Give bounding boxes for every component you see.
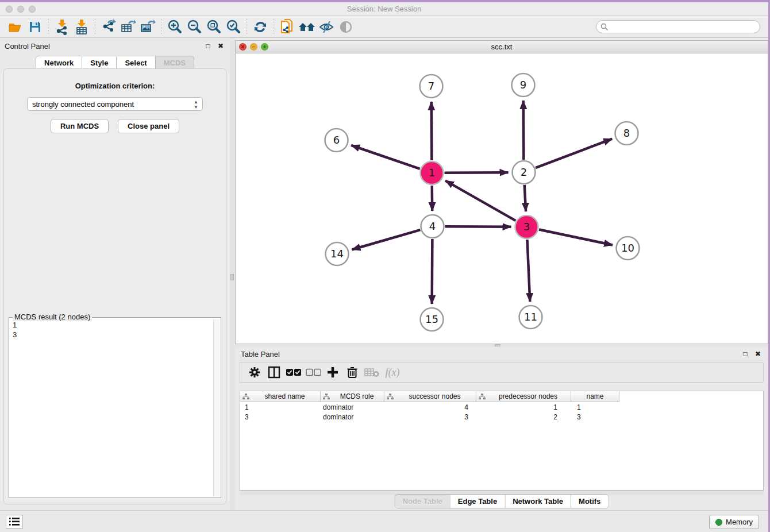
cell-MCDS-role[interactable]: dominator <box>321 413 384 421</box>
graph-edge-2-3[interactable] <box>525 185 526 211</box>
search-input[interactable] <box>596 20 760 33</box>
tab-network-table[interactable]: Network Table <box>505 495 571 508</box>
table-row[interactable]: 1dominator411 <box>240 402 763 412</box>
float-panel-icon[interactable]: □ <box>203 41 213 51</box>
column-header-name[interactable]: name <box>571 391 619 402</box>
graph-node-8[interactable]: 8 <box>615 122 638 145</box>
home-button[interactable] <box>297 18 317 36</box>
graph-edge-3-11[interactable] <box>527 240 530 302</box>
eye-slash-icon <box>318 20 334 34</box>
deselect-all-button[interactable] <box>305 364 322 381</box>
zoom-fit-button[interactable] <box>204 18 224 36</box>
graph-node-2[interactable]: 2 <box>513 161 536 184</box>
tab-motifs[interactable]: Motifs <box>571 495 608 508</box>
zoom-out-button[interactable] <box>184 18 204 36</box>
mcds-result-text[interactable]: 1 3 <box>13 320 213 496</box>
close-panel-icon[interactable]: ✖ <box>216 41 225 51</box>
select-all-button[interactable] <box>285 364 302 381</box>
vertical-split-grip[interactable] <box>230 274 234 280</box>
close-table-panel-icon[interactable]: ✖ <box>753 349 763 358</box>
table-rows: 1dominator4113dominator323 <box>240 402 763 422</box>
save-session-button[interactable] <box>25 18 45 36</box>
graph-node-14[interactable]: 14 <box>326 242 349 265</box>
cell-name[interactable]: 3 <box>571 413 619 421</box>
export-network-button[interactable] <box>99 18 118 36</box>
search-icon <box>600 23 609 31</box>
optimization-criterion-label: Optimization criterion: <box>4 82 226 90</box>
column-header-MCDS-role[interactable]: MCDS role <box>321 391 384 402</box>
tab-node-table[interactable]: Node Table <box>395 495 450 508</box>
selected-option: strongly connected component <box>32 100 134 109</box>
column-header-shared-name[interactable]: shared name <box>240 391 321 402</box>
close-panel-button[interactable]: Close panel <box>118 119 179 133</box>
graph-edge-4-15[interactable] <box>432 239 433 304</box>
graph-edge-1-2[interactable] <box>444 172 508 173</box>
node-table: shared nameMCDS rolesuccessor nodesprede… <box>240 391 764 491</box>
show-graphics-button[interactable] <box>336 18 356 36</box>
apply-style-button[interactable] <box>251 18 270 36</box>
import-network-button[interactable] <box>52 18 72 36</box>
svg-text:11: 11 <box>524 311 537 323</box>
graph-edge-4-14[interactable] <box>352 230 420 249</box>
table-settings-button[interactable] <box>246 364 263 381</box>
show-columns-button[interactable] <box>265 364 283 381</box>
graph-node-11[interactable]: 11 <box>519 306 542 329</box>
vertical-split-divider[interactable] <box>230 38 235 510</box>
graph-node-4[interactable]: 4 <box>421 215 444 238</box>
graph-edge-3-1[interactable] <box>445 180 515 221</box>
zoom-in-button[interactable] <box>165 18 184 36</box>
graph-edge-2-8[interactable] <box>536 139 612 168</box>
optimization-criterion-select[interactable]: strongly connected component ▲▼ <box>27 97 203 111</box>
function-builder-button[interactable]: f(x) <box>383 364 400 381</box>
cell-name[interactable]: 1 <box>571 403 619 411</box>
float-table-panel-icon[interactable]: □ <box>741 349 750 358</box>
control-panel: Control Panel □ ✖ NetworkStyleSelectMCDS… <box>0 38 230 510</box>
network-canvas[interactable]: 7968124314101511 <box>236 53 768 344</box>
cell-MCDS-role[interactable]: dominator <box>321 403 384 411</box>
cell-shared-name[interactable]: 1 <box>240 403 321 411</box>
hierarchy-icon <box>323 394 330 400</box>
graph-edge-3-10[interactable] <box>539 230 613 245</box>
memory-button[interactable]: Memory <box>709 515 759 529</box>
graph-node-3[interactable]: 3 <box>515 215 538 238</box>
graph-node-6[interactable]: 6 <box>325 129 348 152</box>
status-bar: Memory <box>0 510 768 532</box>
task-history-button[interactable] <box>6 515 23 529</box>
cell-successor-nodes[interactable]: 4 <box>384 403 476 411</box>
graph-node-10[interactable]: 10 <box>617 237 640 260</box>
export-image-button[interactable] <box>138 18 157 36</box>
column-header-successor-nodes[interactable]: successor nodes <box>384 391 476 402</box>
graph-edge-2-9[interactable] <box>523 101 524 160</box>
horizontal-split-grip[interactable] <box>495 344 500 346</box>
mcds-result-scrollbar[interactable] <box>213 319 220 496</box>
table-row[interactable]: 3dominator323 <box>240 412 763 422</box>
graph-edge-1-6[interactable] <box>351 145 420 169</box>
graph-edge-1-7[interactable] <box>432 102 432 160</box>
cell-predecessor-nodes[interactable]: 1 <box>476 403 571 411</box>
table-toolbar: f(x) <box>240 362 764 383</box>
table-panel: Table Panel □ ✖ <box>235 347 768 510</box>
graph-node-15[interactable]: 15 <box>421 308 444 331</box>
select-stepper-icon: ▲▼ <box>194 99 198 110</box>
svg-text:10: 10 <box>621 242 634 254</box>
cell-successor-nodes[interactable]: 3 <box>384 413 476 421</box>
delete-column-button[interactable] <box>344 364 361 381</box>
columns-icon <box>268 366 280 379</box>
graph-node-7[interactable]: 7 <box>420 75 443 98</box>
cell-shared-name[interactable]: 3 <box>240 413 321 421</box>
hide-graphics-button[interactable] <box>317 18 336 36</box>
graph-node-1[interactable]: 1 <box>421 161 444 184</box>
open-session-button[interactable] <box>6 18 25 36</box>
delete-table-button[interactable] <box>363 364 380 381</box>
export-table-button[interactable] <box>118 18 138 36</box>
graph-edge-4-3[interactable] <box>445 226 511 227</box>
zoom-selected-button[interactable] <box>224 18 243 36</box>
cell-predecessor-nodes[interactable]: 2 <box>476 413 571 421</box>
create-column-button[interactable] <box>324 364 341 381</box>
column-header-predecessor-nodes[interactable]: predecessor nodes <box>476 391 571 402</box>
import-table-button[interactable] <box>72 18 91 36</box>
graph-node-9[interactable]: 9 <box>512 74 535 97</box>
run-mcds-button[interactable]: Run MCDS <box>51 119 109 133</box>
clone-network-button[interactable] <box>278 18 297 36</box>
tab-edge-table[interactable]: Edge Table <box>450 495 505 508</box>
